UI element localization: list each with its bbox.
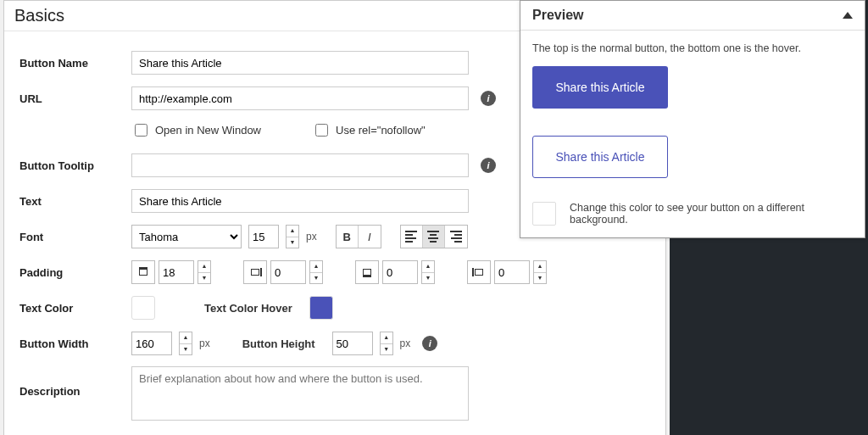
padding-right-input[interactable] xyxy=(270,260,306,284)
collapse-icon[interactable] xyxy=(843,12,853,19)
label-text-color: Text Color xyxy=(19,302,131,315)
button-name-input[interactable] xyxy=(131,51,469,75)
padding-left-icon xyxy=(467,260,491,284)
open-new-window-checkbox[interactable]: Open in New Window xyxy=(131,121,261,139)
preview-bg-hint: Change this color to see your button on … xyxy=(570,202,853,226)
info-icon[interactable]: i xyxy=(481,91,496,106)
padding-left-spinner[interactable]: ▲▼ xyxy=(533,260,547,284)
align-center-button[interactable] xyxy=(423,226,445,248)
info-icon[interactable]: i xyxy=(422,336,437,351)
text-align-group xyxy=(400,225,468,248)
padding-bottom-icon xyxy=(355,260,379,284)
preview-bg-swatch[interactable] xyxy=(532,202,556,226)
preview-button-hover: Share this Article xyxy=(532,136,668,178)
padding-top-spinner[interactable]: ▲▼ xyxy=(198,260,211,284)
padding-top-icon xyxy=(131,260,155,284)
url-input[interactable] xyxy=(131,86,469,110)
label-url: URL xyxy=(19,92,131,105)
text-color-hover-swatch[interactable] xyxy=(309,296,333,320)
preview-panel: Preview The top is the normal button, th… xyxy=(520,0,865,238)
label-button-name: Button Name xyxy=(19,57,131,70)
open-new-window-input[interactable] xyxy=(135,124,147,137)
unit-px: px xyxy=(199,337,210,349)
label-text: Text xyxy=(19,195,131,208)
text-color-swatch[interactable] xyxy=(131,296,155,320)
font-family-select[interactable]: Tahoma xyxy=(131,225,242,248)
unit-px: px xyxy=(306,231,317,243)
padding-bottom-spinner[interactable]: ▲▼ xyxy=(421,260,435,284)
align-right-button[interactable] xyxy=(445,226,467,248)
label-tooltip: Button Tooltip xyxy=(19,159,131,172)
unit-px: px xyxy=(400,337,411,349)
padding-right-spinner[interactable]: ▲▼ xyxy=(309,260,323,284)
label-button-height: Button Height xyxy=(242,337,315,350)
italic-button[interactable]: I xyxy=(359,226,381,248)
padding-left-input[interactable] xyxy=(494,260,530,284)
tooltip-input[interactable] xyxy=(131,153,469,177)
button-width-spinner[interactable]: ▲▼ xyxy=(179,332,192,355)
label-description: Description xyxy=(19,366,131,398)
button-height-input[interactable] xyxy=(332,332,373,355)
preview-hint: The top is the normal button, the bottom… xyxy=(532,42,853,54)
padding-bottom-input[interactable] xyxy=(382,260,418,284)
preview-title: Preview xyxy=(532,8,583,23)
button-width-input[interactable] xyxy=(131,332,172,355)
open-new-window-label: Open in New Window xyxy=(155,124,261,137)
label-button-width: Button Width xyxy=(19,337,131,350)
label-padding: Padding xyxy=(19,266,131,279)
padding-right-icon xyxy=(243,260,267,284)
description-textarea[interactable] xyxy=(131,366,469,421)
bold-button[interactable]: B xyxy=(337,226,359,248)
label-text-color-hover: Text Color Hover xyxy=(204,302,292,315)
font-size-input[interactable] xyxy=(248,225,279,248)
nofollow-checkbox[interactable]: Use rel="nofollow" xyxy=(312,121,426,139)
preview-button-normal: Share this Article xyxy=(532,66,668,109)
text-input[interactable] xyxy=(131,189,469,213)
align-left-button[interactable] xyxy=(401,226,423,248)
button-height-spinner[interactable]: ▲▼ xyxy=(380,332,393,355)
label-font: Font xyxy=(19,231,131,243)
nofollow-label: Use rel="nofollow" xyxy=(336,124,426,137)
font-size-spinner[interactable]: ▲▼ xyxy=(286,225,299,248)
info-icon[interactable]: i xyxy=(481,158,496,173)
nofollow-input[interactable] xyxy=(315,124,328,137)
font-style-group: B I xyxy=(336,225,381,248)
padding-top-input[interactable] xyxy=(159,260,194,284)
